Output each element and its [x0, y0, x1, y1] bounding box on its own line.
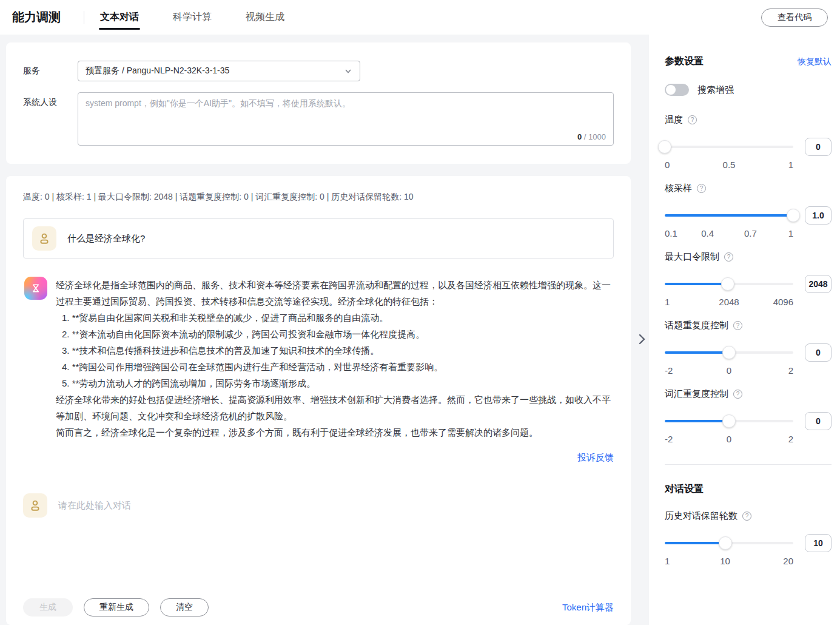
help-icon[interactable]: ?	[688, 115, 697, 124]
slider-tick: -2	[665, 365, 673, 376]
slider-rail[interactable]	[665, 536, 793, 550]
slider-tick: 2	[788, 365, 793, 376]
slider-rail[interactable]	[665, 346, 793, 359]
slider-thumb[interactable]	[722, 346, 736, 359]
chat-card: 温度: 0 | 核采样: 1 | 最大口令限制: 2048 | 话题重复度控制:…	[6, 176, 631, 625]
slider-label: 话题重复度控制	[665, 320, 728, 331]
slider-label: 核采样	[665, 183, 692, 194]
service-select[interactable]: 预置服务 / Pangu-NLP-N2-32K-3-1-35	[78, 61, 360, 81]
ai-list-item: 5. **劳动力流动人才的跨国流动增加，国际劳务市场逐渐形成。	[56, 375, 614, 391]
slider-tick: 1	[665, 297, 670, 307]
user-message: 什么是经济全球化?	[23, 218, 614, 258]
slider-tick: 0	[727, 434, 731, 444]
slider-thumb[interactable]	[658, 140, 671, 154]
slider-thumb[interactable]	[722, 414, 736, 428]
slider-value-input[interactable]: 2048	[805, 275, 832, 293]
help-icon[interactable]: ?	[697, 184, 706, 193]
tab-0[interactable]: 文本对话	[99, 1, 140, 33]
params-summary: 温度: 0 | 核采样: 1 | 最大口令限制: 2048 | 话题重复度控制:…	[23, 192, 614, 203]
feedback-link[interactable]: 投诉反馈	[577, 452, 614, 462]
clear-button[interactable]: 清空	[160, 598, 209, 617]
tab-bar: 文本对话科学计算视频生成	[99, 1, 286, 33]
slider-group: 核采样 ? 1.0 0.10.40.71	[665, 183, 832, 239]
slider-tick: 0.1	[665, 228, 677, 238]
slider-tick: 10	[720, 556, 730, 566]
slider-thumb[interactable]	[719, 536, 732, 550]
slider-thumb[interactable]	[721, 277, 734, 291]
user-message-text: 什么是经济全球化?	[67, 233, 145, 245]
chat-input-row[interactable]: 请在此处输入对话	[23, 493, 614, 518]
chevron-down-icon	[344, 67, 352, 75]
tab-2[interactable]: 视频生成	[244, 1, 286, 33]
chat-footer: 生成 重新生成 清空 Token计算器	[23, 598, 614, 617]
sidebar-title: 参数设置	[665, 55, 704, 68]
slider-ticks: -202	[665, 434, 793, 445]
slider-tick: -2	[665, 434, 673, 444]
slider-value-input[interactable]: 0	[805, 138, 832, 156]
slider-label: 词汇重复度控制	[665, 388, 728, 400]
slider-group: 词汇重复度控制 ? 0 -202	[665, 388, 832, 445]
ai-message-body: 经济全球化是指全球范围内的商品、服务、技术和资本等经济要素在跨国界流动和配置的过…	[56, 277, 614, 465]
token-calculator-link[interactable]: Token计算器	[562, 602, 614, 613]
help-icon[interactable]: ?	[724, 252, 733, 262]
slider-tick: 1	[665, 556, 670, 566]
slider-value-input[interactable]: 0	[805, 343, 832, 362]
parameters-sidebar: 参数设置 恢复默认 搜索增强 温度 ? 0 00.51 核采样 ?	[649, 35, 840, 625]
slider-ticks: 00.51	[665, 160, 793, 171]
search-enhance-label: 搜索增强	[697, 84, 734, 96]
help-icon[interactable]: ?	[733, 390, 742, 399]
slider-rail[interactable]	[665, 209, 793, 222]
slider-ticks: 11020	[665, 556, 793, 567]
generate-button[interactable]: 生成	[23, 598, 73, 617]
slider-ticks: 120484096	[665, 297, 793, 308]
slider-group: 最大口令限制 ? 2048 120484096	[665, 251, 832, 308]
help-icon[interactable]: ?	[742, 512, 751, 521]
slider-tick: 20	[783, 556, 793, 566]
service-label: 服务	[23, 61, 78, 81]
param-sliders: 温度 ? 0 00.51 核采样 ? 1.0 0.10.40.71	[665, 114, 832, 445]
view-code-button[interactable]: 查看代码	[761, 8, 828, 27]
service-settings-card: 服务 预置服务 / Pangu-NLP-N2-32K-3-1-35 系统人设 0…	[6, 42, 631, 164]
slider-tick: 0.5	[723, 160, 736, 170]
ai-list-item: 1. **贸易自由化国家间关税和非关税壁垒的减少，促进了商品和服务的自由流动。	[56, 309, 614, 326]
slider-tick: 0	[727, 365, 731, 376]
char-counter: 0 / 1000	[577, 132, 606, 141]
ai-response-list: 1. **贸易自由化国家间关税和非关税壁垒的减少，促进了商品和服务的自由流动。2…	[56, 309, 614, 391]
regenerate-button[interactable]: 重新生成	[84, 598, 149, 617]
system-prompt-wrapper: 0 / 1000	[78, 92, 614, 146]
service-select-value: 预置服务 / Pangu-NLP-N2-32K-3-1-35	[86, 66, 229, 76]
search-enhance-toggle[interactable]	[665, 84, 689, 96]
slider-rail[interactable]	[665, 140, 793, 154]
slider-label: 最大口令限制	[665, 251, 719, 263]
ai-avatar-icon	[24, 277, 47, 300]
ai-summary-2: 简而言之，经济全球化是一个复杂的过程，涉及多个方面，既有利于促进全球经济发展，也…	[56, 424, 614, 441]
page-title: 能力调测	[12, 9, 61, 25]
slider-value-input[interactable]: 0	[805, 412, 832, 430]
slider-label: 历史对话保留轮数	[665, 510, 738, 522]
ai-intro: 经济全球化是指全球范围内的商品、服务、技术和资本等经济要素在跨国界流动和配置的过…	[56, 277, 614, 309]
slider-rail[interactable]	[665, 414, 793, 428]
system-prompt-input[interactable]	[78, 93, 613, 129]
ai-list-item: 3. **技术和信息传播科技进步和信息技术的普及加速了知识和技术的全球传播。	[56, 342, 614, 359]
tab-1[interactable]: 科学计算	[172, 1, 213, 33]
chat-input-placeholder: 请在此处输入对话	[58, 500, 131, 512]
slider-group: 话题重复度控制 ? 0 -202	[665, 320, 832, 376]
slider-ticks: 0.10.40.71	[665, 228, 793, 239]
slider-thumb[interactable]	[787, 209, 800, 222]
slider-value-input[interactable]: 1.0	[805, 206, 832, 225]
collapse-sidebar-handle[interactable]	[636, 330, 648, 348]
dialog-sliders: 历史对话保留轮数 ? 10 11020	[665, 510, 832, 567]
slider-tick: 1	[788, 228, 793, 238]
slider-value-input[interactable]: 10	[805, 534, 832, 552]
slider-tick: 2	[788, 434, 793, 444]
sidebar-divider	[665, 464, 832, 465]
user-avatar-icon	[32, 226, 56, 251]
input-user-avatar-icon	[23, 493, 47, 518]
slider-rail[interactable]	[665, 277, 793, 291]
slider-tick: 0	[665, 160, 670, 170]
slider-tick: 4096	[773, 297, 793, 307]
ai-summary-1: 经济全球化带来的好处包括促进经济增长、提高资源利用效率、增强技术创新和扩大消费者…	[56, 391, 614, 424]
slider-label: 温度	[665, 114, 683, 126]
help-icon[interactable]: ?	[733, 321, 742, 330]
reset-defaults-link[interactable]: 恢复默认	[798, 56, 832, 67]
